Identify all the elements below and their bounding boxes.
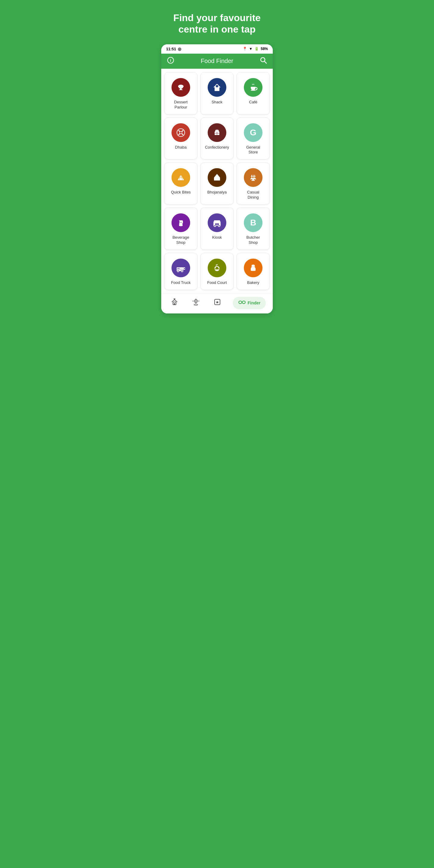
svg-point-77 (195, 301, 196, 302)
info-button[interactable]: i (166, 57, 175, 66)
category-item-bakery[interactable]: Bakery (237, 253, 270, 290)
svg-line-25 (216, 130, 216, 130)
bakery-label: Bakery (247, 280, 259, 285)
finder-icon (238, 299, 246, 307)
cafe-icon (244, 78, 262, 97)
finder-nav-label: Finder (248, 301, 261, 305)
svg-rect-54 (213, 221, 221, 223)
category-item-butcher-shop[interactable]: B ButcherShop (237, 208, 270, 250)
svg-rect-45 (179, 220, 183, 221)
svg-rect-44 (251, 180, 255, 181)
favorites-icon (213, 298, 221, 308)
svg-rect-60 (184, 268, 185, 269)
food-court-icon (208, 258, 226, 277)
svg-rect-6 (179, 87, 183, 88)
casual-dining-label: CasualDining (247, 190, 259, 200)
quick-bites-icon (172, 168, 190, 187)
category-item-kiosk[interactable]: Kiosk (200, 208, 234, 250)
app-bar-title: Food Finder (175, 58, 259, 64)
svg-rect-74 (174, 303, 175, 305)
svg-point-86 (242, 301, 245, 304)
cafe-label: Café (249, 100, 257, 105)
bottom-nav: Finder (161, 293, 273, 313)
category-item-food-truck[interactable]: Food Truck (164, 253, 197, 290)
category-item-cafe[interactable]: Café (237, 72, 270, 115)
battery-percent: 58% (261, 47, 268, 51)
svg-point-46 (179, 225, 183, 226)
butcher-shop-label: ButcherShop (247, 235, 260, 245)
phone-frame: 11:51 ◎ 📍 ▼ 🔋 58% i Food Finder (161, 44, 273, 313)
svg-line-27 (218, 130, 218, 130)
svg-marker-84 (216, 301, 219, 304)
svg-rect-35 (217, 179, 218, 181)
status-bar: 11:51 ◎ 📍 ▼ 🔋 58% (161, 44, 273, 54)
dhaba-label: Dhaba (175, 145, 187, 150)
header-text: Find your favourite centre in one tap (158, 0, 276, 44)
shack-icon: ⌂ (208, 78, 226, 97)
nav-finder[interactable]: Finder (233, 297, 266, 309)
svg-point-82 (194, 304, 198, 305)
search-button[interactable] (259, 57, 268, 66)
food-court-label: Food Court (207, 280, 227, 285)
svg-rect-5 (178, 86, 184, 87)
app-bar: i Food Finder (161, 54, 273, 69)
category-grid: DessertParlour ⌂ Shack (161, 69, 273, 293)
page-container: Find your favourite centre in one tap 11… (158, 0, 276, 326)
location-nav-icon (192, 298, 200, 308)
svg-rect-11 (216, 88, 218, 91)
svg-point-20 (180, 131, 182, 134)
food-truck-icon (172, 258, 190, 277)
wifi-icon: ▼ (249, 47, 253, 51)
nav-favorites[interactable] (211, 297, 224, 309)
category-item-quick-bites[interactable]: Quick Bites (164, 162, 197, 205)
home-icon (170, 298, 179, 308)
svg-rect-57 (216, 224, 218, 225)
beverage-shop-icon (172, 213, 190, 232)
quick-bites-label: Quick Bites (171, 190, 191, 195)
svg-text:i: i (170, 58, 171, 63)
kiosk-label: Kiosk (212, 235, 222, 240)
beverage-shop-label: BeverageShop (173, 235, 189, 245)
svg-rect-34 (216, 179, 217, 181)
status-right: 📍 ▼ 🔋 58% (243, 47, 268, 51)
nav-home[interactable] (168, 297, 181, 309)
svg-line-3 (264, 61, 267, 63)
bhojanalya-label: Bhojanalya (207, 190, 227, 195)
svg-rect-55 (214, 220, 220, 221)
dhaba-icon (172, 123, 190, 142)
do-not-disturb-icon: ◎ (178, 47, 181, 51)
svg-rect-32 (214, 178, 220, 181)
category-item-shack[interactable]: ⌂ Shack (200, 72, 234, 115)
category-item-dhaba[interactable]: Dhaba (164, 118, 197, 160)
svg-point-62 (181, 270, 183, 272)
svg-rect-36 (215, 177, 219, 178)
category-item-bhojanalya[interactable]: Bhojanalya (200, 162, 234, 205)
svg-text:⌂: ⌂ (216, 86, 218, 88)
bakery-icon (244, 258, 262, 277)
category-item-general-store[interactable]: G GeneralStore (237, 118, 270, 160)
confectionery-label: Confectionery (205, 145, 229, 150)
svg-point-72 (251, 266, 255, 267)
category-item-casual-dining[interactable]: CasualDining (237, 162, 270, 205)
category-item-confectionery[interactable]: Confectionery (200, 118, 234, 160)
bhojanalya-icon (208, 168, 226, 187)
location-icon: 📍 (243, 47, 247, 51)
svg-rect-47 (181, 221, 183, 223)
svg-rect-15 (251, 90, 255, 91)
category-item-dessert-parlour[interactable]: DessertParlour (164, 72, 197, 115)
svg-rect-64 (177, 268, 180, 269)
dessert-parlour-label: DessertParlour (174, 100, 188, 110)
battery-icon: 🔋 (254, 47, 259, 51)
status-left: 11:51 ◎ (166, 47, 181, 51)
nav-location[interactable] (190, 297, 202, 309)
category-item-food-court[interactable]: Food Court (200, 253, 234, 290)
svg-point-71 (253, 265, 255, 266)
category-item-beverage-shop[interactable]: BeverageShop (164, 208, 197, 250)
general-store-label: GeneralStore (246, 145, 260, 155)
food-truck-label: Food Truck (171, 280, 190, 285)
general-store-icon: G (244, 123, 262, 142)
status-time: 11:51 (166, 47, 176, 51)
svg-rect-8 (179, 90, 183, 90)
svg-point-68 (215, 269, 219, 270)
casual-dining-icon (244, 168, 262, 187)
